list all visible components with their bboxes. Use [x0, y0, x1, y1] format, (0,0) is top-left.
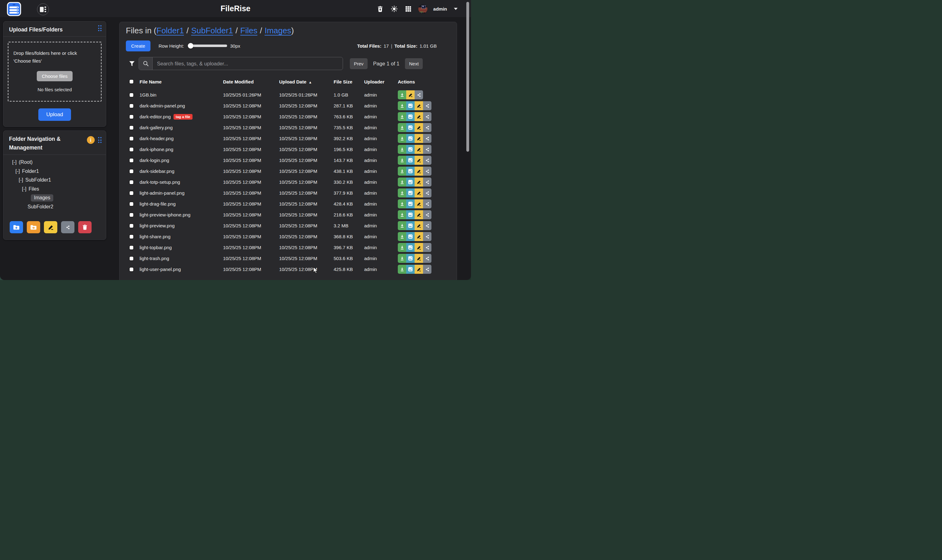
- tree-folder-label[interactable]: SubFolder1: [25, 177, 51, 183]
- breadcrumb-link-folder1[interactable]: Folder1: [156, 26, 184, 35]
- column-header-file-size[interactable]: File Size: [329, 79, 359, 85]
- folder-tree-item[interactable]: [-](Root): [8, 158, 103, 167]
- download-button[interactable]: [398, 101, 406, 110]
- rename-folder-button[interactable]: [44, 221, 57, 233]
- edit-button[interactable]: [415, 134, 423, 143]
- share-button[interactable]: [423, 221, 431, 230]
- edit-button[interactable]: [415, 145, 423, 154]
- share-folder-button[interactable]: [61, 221, 74, 233]
- preview-button[interactable]: [406, 177, 415, 186]
- preview-button[interactable]: [406, 265, 415, 274]
- share-button[interactable]: [423, 145, 431, 154]
- download-button[interactable]: [398, 177, 406, 186]
- search-input[interactable]: [152, 57, 343, 70]
- preview-button[interactable]: [406, 254, 415, 263]
- tree-folder-label[interactable]: Folder1: [22, 169, 39, 174]
- folder-tree-item[interactable]: Images: [8, 194, 103, 202]
- share-button[interactable]: [423, 112, 431, 121]
- file-name[interactable]: dark-login.png: [140, 158, 169, 163]
- row-checkbox[interactable]: [129, 104, 133, 108]
- file-name[interactable]: light-share.png: [140, 234, 170, 239]
- select-all-checkbox[interactable]: [129, 80, 133, 83]
- preview-button[interactable]: [406, 145, 415, 154]
- share-button[interactable]: [423, 243, 431, 252]
- create-folder-button[interactable]: [10, 221, 23, 233]
- download-button[interactable]: [398, 243, 406, 252]
- apps-grid-icon[interactable]: [404, 5, 413, 13]
- folder-tree-item[interactable]: [-]Files: [8, 185, 103, 194]
- user-avatar[interactable]: [419, 5, 427, 13]
- download-button[interactable]: [398, 210, 406, 219]
- row-checkbox[interactable]: [129, 235, 133, 238]
- file-name[interactable]: dark-sidebar.png: [140, 169, 174, 174]
- edit-button[interactable]: [415, 177, 423, 186]
- breadcrumb-link-subfolder1[interactable]: SubFolder1: [191, 26, 233, 35]
- share-button[interactable]: [415, 90, 423, 99]
- edit-button[interactable]: [415, 101, 423, 110]
- preview-button[interactable]: [406, 199, 415, 208]
- row-checkbox[interactable]: [129, 158, 133, 162]
- folder-tree-item[interactable]: SubFolder2: [8, 202, 103, 211]
- column-header-actions[interactable]: Actions: [390, 79, 451, 85]
- edit-button[interactable]: [415, 156, 423, 165]
- download-button[interactable]: [398, 134, 406, 143]
- edit-button[interactable]: [415, 167, 423, 176]
- preview-button[interactable]: [406, 221, 415, 230]
- row-checkbox[interactable]: [129, 169, 133, 173]
- move-folder-button[interactable]: [27, 221, 40, 233]
- file-name[interactable]: light-topbar.png: [140, 245, 172, 250]
- download-button[interactable]: [398, 232, 406, 241]
- file-name[interactable]: dark-iphone.png: [140, 147, 173, 152]
- create-button[interactable]: Create: [126, 40, 151, 51]
- row-checkbox[interactable]: [129, 148, 133, 151]
- download-button[interactable]: [398, 123, 406, 132]
- download-button[interactable]: [398, 90, 406, 99]
- tree-toggle-icon[interactable]: [-]: [12, 160, 17, 165]
- column-header-uploader[interactable]: Uploader: [359, 79, 390, 85]
- edit-button[interactable]: [415, 265, 423, 274]
- preview-button[interactable]: [406, 232, 415, 241]
- row-checkbox[interactable]: [129, 191, 133, 195]
- edit-button[interactable]: [415, 221, 423, 230]
- share-button[interactable]: [423, 254, 431, 263]
- download-button[interactable]: [398, 254, 406, 263]
- download-button[interactable]: [398, 221, 406, 230]
- row-checkbox[interactable]: [129, 213, 133, 217]
- preview-button[interactable]: [406, 156, 415, 165]
- row-checkbox[interactable]: [129, 93, 133, 97]
- file-name[interactable]: light-preview-iphone.png: [140, 212, 190, 217]
- share-button[interactable]: [423, 210, 431, 219]
- file-name[interactable]: light-admin-panel.png: [140, 190, 185, 195]
- breadcrumb-link-files[interactable]: Files: [240, 26, 257, 35]
- row-checkbox[interactable]: [129, 137, 133, 140]
- share-button[interactable]: [423, 232, 431, 241]
- share-button[interactable]: [423, 167, 431, 176]
- file-dropzone[interactable]: Drop files/folders here or click 'Choose…: [8, 42, 102, 102]
- file-name[interactable]: dark-editor.png: [140, 114, 171, 119]
- preview-button[interactable]: [406, 167, 415, 176]
- tree-folder-label[interactable]: Images: [31, 194, 53, 202]
- share-button[interactable]: [423, 177, 431, 186]
- tree-folder-label[interactable]: Files: [29, 186, 39, 192]
- filter-icon[interactable]: [129, 61, 135, 67]
- column-header-upload-date[interactable]: Upload Date▲: [274, 79, 329, 85]
- file-name[interactable]: dark-totp-setup.png: [140, 179, 180, 185]
- tree-toggle-icon[interactable]: [-]: [22, 186, 26, 192]
- drag-handle-icon[interactable]: [98, 25, 102, 31]
- scrollbar[interactable]: [466, 2, 469, 152]
- preview-button[interactable]: [406, 101, 415, 110]
- edit-button[interactable]: [406, 90, 415, 99]
- preview-button[interactable]: [406, 210, 415, 219]
- edit-button[interactable]: [415, 254, 423, 263]
- share-button[interactable]: [423, 123, 431, 132]
- tree-toggle-icon[interactable]: [-]: [19, 177, 23, 183]
- download-button[interactable]: [398, 156, 406, 165]
- edit-button[interactable]: [415, 123, 423, 132]
- edit-button[interactable]: [415, 243, 423, 252]
- breadcrumb-link-images[interactable]: Images: [265, 26, 291, 35]
- preview-button[interactable]: [406, 123, 415, 132]
- column-header-file-name[interactable]: File Name: [137, 79, 218, 85]
- share-button[interactable]: [423, 199, 431, 208]
- edit-button[interactable]: [415, 188, 423, 197]
- row-height-slider[interactable]: [188, 45, 227, 47]
